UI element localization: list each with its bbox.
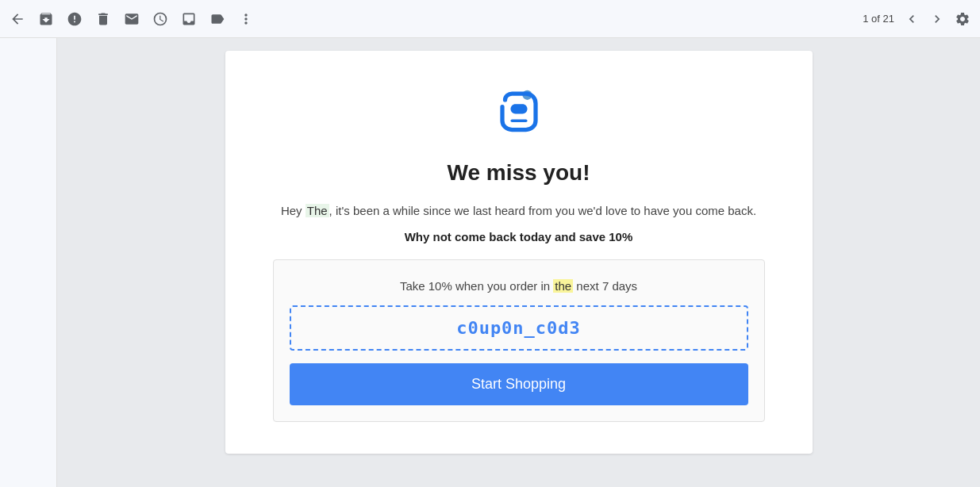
email-subtext: Why not come back today and save 10% — [405, 230, 633, 244]
logo-area — [491, 82, 547, 141]
name-highlight: The — [306, 204, 329, 217]
move-to-inbox-button[interactable] — [181, 11, 197, 27]
email-card: We miss you! Hey The, it's been a while … — [225, 51, 813, 454]
coupon-code: c0up0n_c0d3 — [456, 318, 581, 338]
more-options-button[interactable] — [238, 11, 254, 27]
email-container: We miss you! Hey The, it's been a while … — [57, 38, 980, 487]
toolbar: 1 of 21 — [0, 0, 980, 38]
pagination-text: 1 of 21 — [863, 13, 894, 25]
offer-text-part1: Take 10% when you order in — [400, 279, 553, 293]
delete-button[interactable] — [95, 11, 111, 27]
body-part2: , it's been a while since we last heard … — [329, 204, 757, 217]
main-area: We miss you! Hey The, it's been a while … — [0, 38, 980, 487]
offer-text-part2: next 7 days — [573, 279, 637, 293]
coupon-offer-text: Take 10% when you order in the next 7 da… — [400, 279, 637, 293]
archive-button[interactable] — [38, 11, 54, 27]
offer-highlight: the — [553, 279, 573, 293]
body-part1: Hey — [281, 204, 306, 217]
email-heading: We miss you! — [448, 160, 590, 186]
brand-logo — [491, 82, 547, 138]
settings-button[interactable] — [955, 11, 970, 27]
next-email-button[interactable] — [929, 11, 945, 27]
coupon-code-box: c0up0n_c0d3 — [290, 305, 748, 351]
sidebar-left — [0, 38, 57, 487]
prev-email-button[interactable] — [904, 11, 920, 27]
spam-button[interactable] — [67, 11, 83, 27]
label-button[interactable] — [209, 11, 225, 27]
email-body-text: Hey The, it's been a while since we last… — [281, 201, 756, 220]
toolbar-right: 1 of 21 — [863, 11, 970, 27]
toolbar-left — [10, 11, 856, 27]
start-shopping-button[interactable]: Start Shopping — [290, 363, 748, 405]
snooze-button[interactable] — [152, 11, 168, 27]
coupon-section: Take 10% when you order in the next 7 da… — [273, 259, 765, 422]
mark-unread-button[interactable] — [124, 11, 140, 27]
back-button[interactable] — [10, 11, 25, 27]
